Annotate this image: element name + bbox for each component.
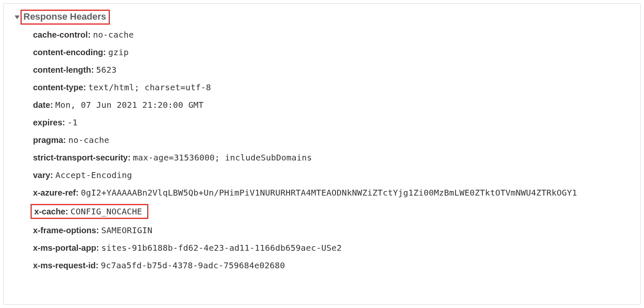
header-name: x-ms-portal-app: bbox=[33, 243, 99, 252]
header-value: max-age=31536000; includeSubDomains bbox=[133, 153, 312, 163]
header-row: vary: Accept-Encoding bbox=[33, 171, 632, 179]
headers-list: cache-control: no-cache content-encoding… bbox=[33, 31, 632, 270]
header-value: no-cache bbox=[68, 135, 109, 145]
header-value: Accept-Encoding bbox=[55, 170, 132, 180]
header-row: x-ms-portal-app: sites-91b6188b-fd62-4e2… bbox=[33, 244, 632, 252]
header-row-highlighted: x-cache: CONFIG_NOCACHE bbox=[33, 206, 632, 217]
header-value: no-cache bbox=[93, 30, 134, 40]
header-value: Mon, 07 Jun 2021 21:20:00 GMT bbox=[55, 100, 204, 110]
disclosure-triangle-down-icon[interactable] bbox=[15, 15, 20, 19]
header-value: SAMEORIGIN bbox=[101, 225, 152, 235]
header-name: x-cache: bbox=[34, 207, 68, 216]
header-name: strict-transport-security: bbox=[33, 153, 130, 162]
header-value: 9c7aa5fd-b75d-4378-9adc-759684e02680 bbox=[101, 260, 285, 270]
header-row: x-frame-options: SAMEORIGIN bbox=[33, 226, 632, 234]
header-name: x-azure-ref: bbox=[33, 188, 79, 197]
header-row: content-encoding: gzip bbox=[33, 48, 632, 56]
header-row: pragma: no-cache bbox=[33, 136, 632, 144]
header-name: date: bbox=[33, 100, 53, 109]
x-cache-highlight: x-cache: CONFIG_NOCACHE bbox=[31, 204, 148, 219]
header-row: cache-control: no-cache bbox=[33, 31, 632, 39]
header-value: CONFIG_NOCACHE bbox=[71, 206, 142, 216]
header-value: gzip bbox=[108, 47, 129, 57]
header-name: x-ms-request-id: bbox=[33, 261, 99, 270]
header-name: content-length: bbox=[33, 65, 94, 74]
header-row: x-ms-request-id: 9c7aa5fd-b75d-4378-9adc… bbox=[33, 261, 632, 270]
header-row: strict-transport-security: max-age=31536… bbox=[33, 153, 632, 162]
header-row: content-length: 5623 bbox=[33, 66, 632, 74]
section-title: Response Headers bbox=[23, 11, 106, 22]
header-name: x-frame-options: bbox=[33, 226, 99, 235]
header-name: cache-control: bbox=[33, 30, 91, 39]
header-name: pragma: bbox=[33, 135, 66, 145]
header-row: expires: -1 bbox=[33, 118, 632, 127]
header-row: date: Mon, 07 Jun 2021 21:20:00 GMT bbox=[33, 101, 632, 109]
section-header-row[interactable]: Response Headers bbox=[15, 10, 632, 25]
header-name: content-type: bbox=[33, 83, 86, 92]
section-title-highlight: Response Headers bbox=[20, 10, 110, 25]
header-name: content-encoding: bbox=[33, 48, 106, 57]
header-value: -1 bbox=[67, 117, 77, 127]
header-value: sites-91b6188b-fd62-4e23-ad11-1166db659a… bbox=[101, 243, 341, 253]
header-value: text/html; charset=utf-8 bbox=[88, 82, 211, 92]
header-name: expires: bbox=[33, 118, 65, 127]
header-row: x-azure-ref: 0gI2+YAAAAABn2VlqLBW5Qb+Un/… bbox=[33, 188, 632, 197]
header-row: content-type: text/html; charset=utf-8 bbox=[33, 83, 632, 92]
header-value: 0gI2+YAAAAABn2VlqLBW5Qb+Un/PHimPiV1NURUR… bbox=[81, 188, 577, 198]
response-headers-panel: Response Headers cache-control: no-cache… bbox=[3, 3, 641, 305]
header-name: vary: bbox=[33, 171, 53, 180]
header-value: 5623 bbox=[96, 65, 117, 75]
